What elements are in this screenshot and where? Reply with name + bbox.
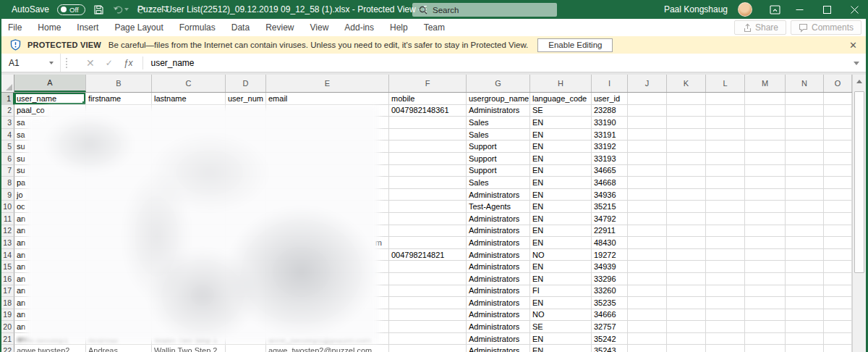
name-box[interactable]: A1 xyxy=(1,54,61,72)
cell-C13[interactable] xyxy=(152,237,226,249)
ribbon-tab-add-ins[interactable]: Add-ins xyxy=(344,22,374,33)
cell-N5[interactable] xyxy=(786,141,824,153)
cell-A2[interactable]: paal_co xyxy=(14,105,86,117)
cell-E12[interactable] xyxy=(266,225,389,238)
ribbon-tab-team[interactable]: Team xyxy=(424,22,445,33)
cell-H11[interactable]: EN xyxy=(530,213,592,225)
row-header-13[interactable]: 13 xyxy=(1,237,14,249)
cell-B4[interactable] xyxy=(86,129,152,141)
cell-H1[interactable]: language_code xyxy=(530,93,592,105)
cell-N12[interactable] xyxy=(786,225,824,238)
cell-M12[interactable] xyxy=(745,225,786,238)
cell-N6[interactable] xyxy=(786,153,824,165)
cell-G19[interactable]: Administrators xyxy=(467,309,530,322)
save-button[interactable] xyxy=(93,4,104,15)
row-header-12[interactable]: 12 xyxy=(1,225,14,238)
cell-N21[interactable] xyxy=(786,333,824,345)
cell-M14[interactable] xyxy=(745,249,786,261)
cell-O9[interactable] xyxy=(824,189,852,201)
cell-B13[interactable] xyxy=(86,237,152,249)
cell-L14[interactable] xyxy=(706,249,745,261)
cell-D19[interactable] xyxy=(226,309,266,322)
column-header-A[interactable]: A xyxy=(14,75,86,92)
cell-A19[interactable]: an xyxy=(14,309,86,322)
cell-G6[interactable]: Support xyxy=(467,153,530,165)
cell-M6[interactable] xyxy=(745,153,786,165)
cell-N4[interactable] xyxy=(786,129,824,141)
cell-K17[interactable] xyxy=(667,285,706,298)
cell-G2[interactable]: Administrators xyxy=(467,105,530,117)
cell-M20[interactable] xyxy=(745,321,786,333)
cell-I5[interactable]: 33192 xyxy=(592,141,628,153)
cell-F9[interactable] xyxy=(389,189,467,201)
cell-N7[interactable] xyxy=(786,165,824,177)
ribbon-tab-help[interactable]: Help xyxy=(390,22,408,33)
column-header-H[interactable]: H xyxy=(530,75,592,92)
cell-L3[interactable] xyxy=(706,117,745,129)
cell-A16[interactable]: an xyxy=(14,273,86,285)
cell-K11[interactable] xyxy=(667,213,706,225)
cell-B19[interactable] xyxy=(86,309,152,322)
cell-I15[interactable]: 34939 xyxy=(592,261,628,273)
cell-C22[interactable]: Wallin Two Step 2 xyxy=(152,345,226,352)
cell-F11[interactable] xyxy=(389,213,467,225)
cell-O20[interactable] xyxy=(824,321,852,333)
cell-B3[interactable] xyxy=(86,117,152,129)
cell-O15[interactable] xyxy=(824,261,852,273)
column-header-L[interactable]: L xyxy=(706,75,745,92)
cell-I17[interactable]: 33260 xyxy=(592,285,628,298)
cell-J14[interactable] xyxy=(628,249,667,261)
cell-J15[interactable] xyxy=(628,261,667,273)
cell-O13[interactable] xyxy=(824,237,852,249)
cell-F15[interactable] xyxy=(389,261,467,273)
row-header-2[interactable]: 2 xyxy=(1,105,14,117)
cell-M10[interactable] xyxy=(745,201,786,213)
row-header-9[interactable]: 9 xyxy=(1,189,14,201)
ribbon-tab-view[interactable]: View xyxy=(310,22,329,33)
cell-O22[interactable] xyxy=(824,345,852,352)
row-header-15[interactable]: 15 xyxy=(1,261,14,273)
cell-J12[interactable] xyxy=(628,225,667,238)
cell-N14[interactable] xyxy=(786,249,824,261)
cell-I12[interactable]: 22911 xyxy=(592,225,628,238)
cell-I21[interactable]: 35242 xyxy=(592,333,628,345)
cell-M5[interactable] xyxy=(745,141,786,153)
cell-J8[interactable] xyxy=(628,177,667,189)
cell-A11[interactable]: an xyxy=(14,213,86,225)
cell-H10[interactable]: EN xyxy=(530,201,592,213)
cell-D11[interactable] xyxy=(226,213,266,225)
cell-M9[interactable] xyxy=(745,189,786,201)
cell-D13[interactable] xyxy=(226,237,266,249)
cell-O17[interactable] xyxy=(824,285,852,298)
cell-C17[interactable] xyxy=(152,285,226,298)
cell-K2[interactable] xyxy=(667,105,706,117)
cell-O10[interactable] xyxy=(824,201,852,213)
row-header-16[interactable]: 16 xyxy=(1,273,14,285)
cell-D17[interactable] xyxy=(226,285,266,298)
cell-F20[interactable] xyxy=(389,321,467,333)
cell-F5[interactable] xyxy=(389,141,467,153)
cell-A12[interactable]: an xyxy=(14,225,86,238)
cell-I11[interactable]: 34792 xyxy=(592,213,628,225)
row-header-19[interactable]: 19 xyxy=(1,309,14,322)
cell-H19[interactable]: NO xyxy=(530,309,592,322)
cell-C16[interactable] xyxy=(152,273,226,285)
cell-A5[interactable]: su xyxy=(14,141,86,153)
cell-I4[interactable]: 33191 xyxy=(592,129,628,141)
cell-F12[interactable] xyxy=(389,225,467,238)
cell-N22[interactable] xyxy=(786,345,824,352)
cell-G12[interactable]: Administrators xyxy=(467,225,530,238)
row-header-11[interactable]: 11 xyxy=(1,213,14,225)
cell-C9[interactable] xyxy=(152,189,226,201)
cell-H22[interactable]: EN xyxy=(530,345,592,352)
cell-H9[interactable]: EN xyxy=(530,189,592,201)
cell-M4[interactable] xyxy=(745,129,786,141)
cell-O12[interactable] xyxy=(824,225,852,238)
close-button[interactable] xyxy=(841,0,868,19)
cell-F14[interactable]: 004798214821 xyxy=(389,249,467,261)
cell-H20[interactable]: SE xyxy=(530,321,592,333)
cell-G9[interactable]: Administrators xyxy=(467,189,530,201)
cell-E6[interactable] xyxy=(266,153,389,165)
cell-D5[interactable] xyxy=(226,141,266,153)
cell-A20[interactable]: an xyxy=(14,321,86,333)
